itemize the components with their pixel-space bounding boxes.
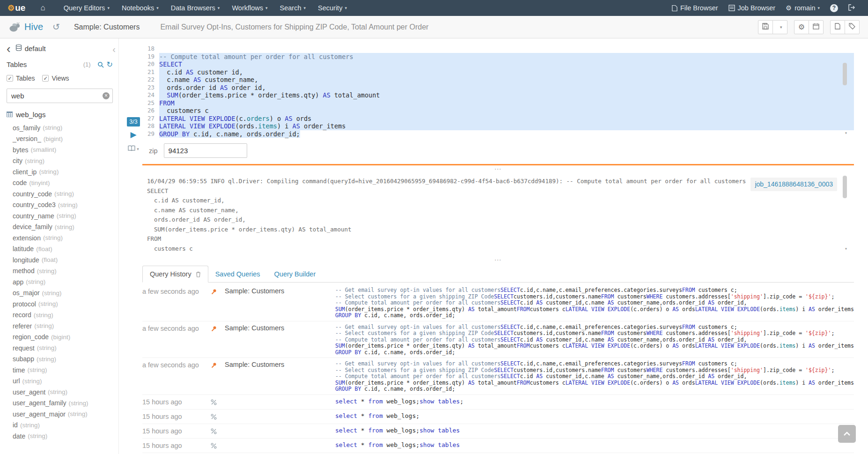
nav-menu-workflows[interactable]: Workflows▾ bbox=[226, 0, 273, 16]
column-item[interactable]: user_agent(string) bbox=[13, 387, 113, 398]
column-item[interactable]: user_agent_family(string) bbox=[13, 398, 113, 409]
query-title[interactable]: Sample: Customers bbox=[74, 23, 140, 31]
database-name[interactable]: default bbox=[25, 45, 46, 52]
column-item[interactable]: latitude(float) bbox=[13, 244, 113, 255]
column-item[interactable]: code(tinyint) bbox=[13, 178, 113, 189]
history-row[interactable]: 15 hours agoselect * from web_logs; bbox=[142, 409, 854, 424]
code-line[interactable]: 25FROM bbox=[142, 99, 854, 107]
save-dropdown-button[interactable]: ▾ bbox=[772, 20, 787, 34]
code-editor[interactable]: 1819-- Compute total amount per order fo… bbox=[142, 45, 854, 138]
column-item[interactable]: user_agent_major(string) bbox=[13, 409, 113, 420]
column-item[interactable]: url(string) bbox=[13, 376, 113, 387]
column-item[interactable]: os_major(string) bbox=[13, 288, 113, 299]
scrollbar-down-icon[interactable]: ▾ bbox=[845, 129, 847, 137]
resize-handle[interactable]: ⋯ bbox=[142, 166, 854, 172]
code-line[interactable]: 19-- Compute total amount per order for … bbox=[142, 53, 854, 61]
job-browser-button[interactable]: Job Browser bbox=[723, 4, 781, 12]
nav-menu-query-editors[interactable]: Query Editors▾ bbox=[58, 0, 116, 16]
column-item[interactable]: id(string) bbox=[13, 420, 113, 431]
code-line[interactable]: 26 customers c bbox=[142, 107, 854, 115]
table-filter-input[interactable] bbox=[7, 89, 113, 103]
save-button[interactable] bbox=[758, 20, 773, 34]
column-item[interactable]: date(string) bbox=[13, 431, 113, 442]
column-item[interactable]: bytes(smallint) bbox=[13, 144, 113, 156]
tab-query-history[interactable]: Query History bbox=[142, 266, 208, 283]
column-item[interactable]: app(string) bbox=[13, 276, 113, 288]
history-row[interactable]: 15 hours agoselect * from web_logs;show … bbox=[142, 395, 854, 409]
column-item[interactable]: extension(string) bbox=[13, 232, 113, 244]
column-item[interactable]: request(string) bbox=[13, 342, 113, 354]
execute-button[interactable]: ▶ bbox=[130, 131, 136, 139]
column-item[interactable]: country_name(string) bbox=[13, 210, 113, 222]
variables-button[interactable]: ▾ bbox=[128, 145, 139, 153]
table-item[interactable]: web_logs bbox=[7, 111, 113, 119]
search-icon[interactable] bbox=[97, 61, 104, 68]
log-scrollbar[interactable]: ▾ bbox=[843, 176, 847, 248]
column-item[interactable]: country_code(string) bbox=[13, 188, 113, 200]
scrollbar-thumb[interactable] bbox=[843, 176, 847, 198]
code-line[interactable]: 20SELECT bbox=[142, 60, 854, 68]
code-line[interactable]: 23 ords.order_id AS order_id, bbox=[142, 84, 854, 92]
code-line[interactable]: 21 c.id AS customer_id, bbox=[142, 68, 854, 76]
query-history-icon[interactable]: ↺ bbox=[52, 22, 60, 32]
schedule-button[interactable] bbox=[809, 20, 824, 34]
column-item[interactable]: record(string) bbox=[13, 310, 113, 321]
app-name-link[interactable]: Hive bbox=[24, 22, 43, 32]
code-line[interactable]: 18 bbox=[142, 45, 854, 53]
history-row[interactable]: a few seconds agoSample: Customers-- Get… bbox=[142, 358, 854, 395]
column-item[interactable]: os_family(string) bbox=[13, 122, 113, 134]
refresh-icon[interactable]: ↻ bbox=[107, 61, 113, 68]
file-browser-button[interactable]: File Browser bbox=[667, 4, 723, 12]
clear-filter-icon[interactable]: × bbox=[103, 92, 110, 99]
code-line[interactable]: 29GROUP BY c.id, c.name, ords.order_id; bbox=[142, 130, 854, 138]
history-row[interactable]: a few seconds agoSample: Customers-- Get… bbox=[142, 321, 854, 358]
tables-checkbox[interactable]: ✓ bbox=[7, 75, 13, 82]
code-line[interactable]: 27LATERAL VIEW EXPLODE(c.orders) o AS or… bbox=[142, 115, 854, 123]
column-item[interactable]: device_family(string) bbox=[13, 222, 113, 233]
user-menu[interactable]: ⚙ romain ▾ bbox=[780, 4, 825, 12]
nav-menu-data-browsers[interactable]: Data Browsers▾ bbox=[165, 0, 226, 16]
history-row[interactable]: 15 hours agoselect * from web_logs;show … bbox=[142, 424, 854, 439]
tab-saved-queries[interactable]: Saved Queries bbox=[208, 266, 267, 282]
tab-query-builder[interactable]: Query Builder bbox=[267, 266, 323, 282]
scrollbar-thumb[interactable] bbox=[843, 63, 847, 85]
column-item[interactable]: subapp(string) bbox=[13, 354, 113, 365]
column-item[interactable]: country_code3(string) bbox=[13, 200, 113, 211]
scrollbar-down-icon[interactable]: ▾ bbox=[845, 244, 847, 254]
code-line[interactable]: 22 c.name AS customer_name, bbox=[142, 76, 854, 84]
scroll-to-top-button[interactable] bbox=[838, 425, 856, 443]
hue-logo[interactable]: ⚙ue bbox=[0, 0, 32, 16]
column-item[interactable]: region_code(bigint) bbox=[13, 332, 113, 343]
job-link[interactable]: job_1461888648136_0003 bbox=[750, 178, 837, 191]
editor-scrollbar[interactable]: ▾ bbox=[843, 47, 847, 131]
nav-menu-search[interactable]: Search▾ bbox=[274, 0, 312, 16]
home-button[interactable]: ⌂ bbox=[32, 0, 53, 16]
variable-input[interactable] bbox=[164, 143, 247, 158]
line-number: 28 bbox=[142, 122, 154, 130]
nav-menu-notebooks[interactable]: Notebooks▾ bbox=[116, 0, 165, 16]
column-item[interactable]: protocol(string) bbox=[13, 298, 113, 310]
column-item[interactable]: city(string) bbox=[13, 156, 113, 167]
column-item[interactable]: longitude(float) bbox=[13, 254, 113, 266]
clear-history-icon[interactable] bbox=[196, 271, 201, 277]
collapse-sidebar-icon[interactable]: ‹ bbox=[112, 45, 116, 53]
resize-handle[interactable]: ⋯ bbox=[142, 257, 854, 263]
column-name: protocol bbox=[13, 300, 36, 308]
nav-menu-security[interactable]: Security▾ bbox=[312, 0, 353, 16]
code-line[interactable]: 24 SUM(order_items.price * order_items.q… bbox=[142, 91, 854, 99]
column-item[interactable]: time(string) bbox=[13, 365, 113, 376]
back-arrow-icon[interactable]: ‹ bbox=[7, 45, 11, 53]
column-item[interactable]: method(string) bbox=[13, 266, 113, 277]
history-row[interactable]: 15 hours agoselect * from web_logs;show … bbox=[142, 439, 854, 453]
code-line[interactable]: 28LATERAL VIEW EXPLODE(ords.items) i AS … bbox=[142, 122, 854, 130]
logout-button[interactable] bbox=[843, 4, 861, 12]
column-item[interactable]: _version_(bigint) bbox=[13, 134, 113, 145]
document-button[interactable] bbox=[830, 20, 845, 34]
views-checkbox[interactable]: ✓ bbox=[42, 75, 49, 82]
history-row[interactable]: a few seconds agoSample: Customers-- Get… bbox=[142, 284, 854, 321]
column-item[interactable]: client_ip(string) bbox=[13, 166, 113, 178]
tags-button[interactable] bbox=[845, 20, 860, 34]
column-item[interactable]: referer(string) bbox=[13, 320, 113, 332]
settings-button[interactable]: ⚙ bbox=[794, 20, 809, 34]
help-button[interactable]: ? bbox=[825, 4, 843, 12]
